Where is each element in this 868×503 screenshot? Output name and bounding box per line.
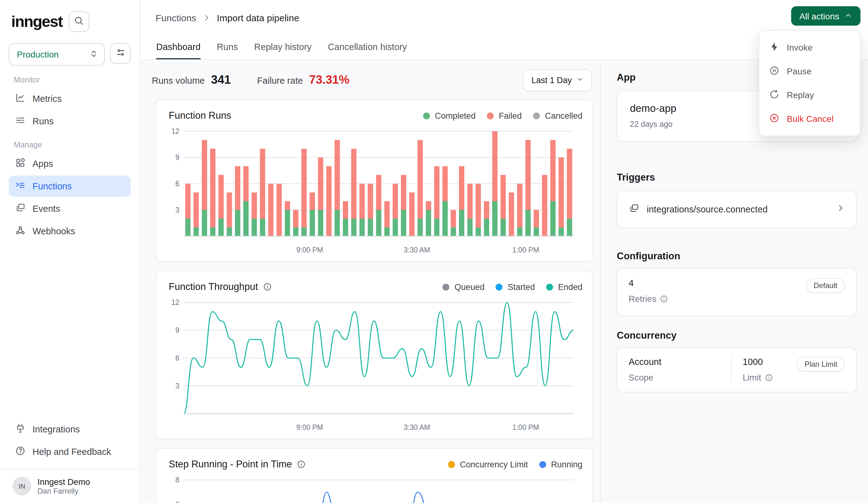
info-icon[interactable] bbox=[660, 295, 668, 303]
info-icon[interactable] bbox=[765, 373, 773, 381]
sidebar-item-apps[interactable]: Apps bbox=[9, 153, 131, 174]
all-actions-menu: Invoke Pause Replay Bulk Cancel bbox=[759, 30, 860, 136]
svg-text:8: 8 bbox=[175, 476, 179, 484]
step-running-title: Step Running - Point in Time bbox=[169, 459, 292, 470]
scope-label: Scope bbox=[629, 372, 653, 382]
apps-grid-icon bbox=[15, 157, 25, 170]
runs-list-icon bbox=[15, 115, 25, 127]
limit-label: Limit bbox=[743, 372, 761, 382]
step-running-chart[interactable]: 2468 bbox=[165, 474, 584, 503]
tab-runs[interactable]: Runs bbox=[217, 42, 238, 59]
sidebar-item-metrics[interactable]: Metrics bbox=[9, 88, 131, 109]
sidebar-item-integrations[interactable]: Integrations bbox=[9, 419, 131, 440]
display-settings-button[interactable] bbox=[110, 43, 131, 64]
function-throughput-legend: Queued Started Ended bbox=[443, 282, 582, 291]
legend-label: Cancelled bbox=[545, 111, 582, 120]
retries-label: Retries bbox=[629, 294, 657, 304]
tab-dashboard[interactable]: Dashboard bbox=[156, 42, 200, 59]
workspace-select[interactable]: Production bbox=[9, 43, 105, 65]
menu-item-label: Replay bbox=[787, 90, 814, 100]
sidebar-item-webhooks[interactable]: Webhooks bbox=[9, 220, 131, 242]
info-icon[interactable] bbox=[263, 283, 272, 291]
inngest-logo: inngest bbox=[11, 12, 62, 31]
webhooks-icon bbox=[15, 225, 25, 237]
sidebar-item-label: Events bbox=[32, 204, 60, 214]
failure-rate-stat: Failure rate 73.31% bbox=[257, 73, 350, 87]
all-actions-button[interactable]: All actions bbox=[791, 6, 860, 25]
menu-item-invoke[interactable]: Invoke bbox=[759, 35, 860, 59]
legend-label: Queued bbox=[455, 282, 485, 291]
menu-item-pause[interactable]: Pause bbox=[759, 59, 860, 83]
event-windows-icon bbox=[629, 203, 639, 216]
sidebar-item-label: Webhooks bbox=[32, 226, 75, 236]
chevron-up-icon bbox=[844, 11, 852, 21]
user-menu[interactable]: IN Inngest Demo Dan Farrelly bbox=[9, 475, 131, 497]
ended-dot bbox=[546, 283, 553, 290]
replay-icon bbox=[769, 89, 779, 101]
legend-label: Completed bbox=[435, 111, 476, 120]
started-dot bbox=[496, 283, 503, 290]
legend-label: Ended bbox=[558, 282, 582, 291]
chevron-up-down-icon bbox=[89, 49, 98, 60]
legend-label: Concurrency Limit bbox=[460, 460, 528, 469]
retries-value: 4 bbox=[629, 278, 668, 288]
sidebar: inngest Production Monitor bbox=[0, 0, 140, 503]
function-throughput-title: Function Throughput bbox=[169, 281, 258, 292]
stats-row: Runs volume 341 Failure rate 73.31% Last… bbox=[141, 61, 599, 99]
queued-dot bbox=[443, 283, 450, 290]
sidebar-item-label: Help and Feedback bbox=[32, 447, 111, 457]
function-throughput-chart[interactable]: 369129:00 PM3:30 AM1:00 PM bbox=[165, 296, 584, 435]
limit-value: 1000 bbox=[743, 357, 773, 367]
trigger-row[interactable]: integrations/source.connected bbox=[617, 191, 857, 228]
all-actions-label: All actions bbox=[799, 11, 839, 21]
lightning-icon bbox=[769, 42, 779, 53]
menu-item-replay[interactable]: Replay bbox=[759, 83, 860, 107]
legend-label: Failed bbox=[499, 111, 522, 120]
svg-text:9: 9 bbox=[175, 153, 179, 162]
menu-item-label: Bulk Cancel bbox=[787, 114, 833, 124]
running-dot bbox=[539, 461, 546, 468]
function-runs-chart[interactable]: 369129:00 PM3:30 AM1:00 PM bbox=[165, 125, 584, 257]
sidebar-item-events[interactable]: Events bbox=[9, 198, 131, 219]
time-range-value: Last 1 Day bbox=[531, 75, 572, 85]
sidebar-item-runs[interactable]: Runs bbox=[9, 111, 131, 132]
divider bbox=[0, 469, 140, 469]
menu-item-bulk-cancel[interactable]: Bulk Cancel bbox=[759, 107, 860, 131]
sidebar-item-label: Functions bbox=[32, 181, 72, 191]
runs-volume-label: Runs volume bbox=[152, 75, 205, 85]
sidebar-item-functions[interactable]: Functions bbox=[9, 176, 131, 197]
svg-text:12: 12 bbox=[171, 127, 179, 135]
main-content: Runs volume 341 Failure rate 73.31% Last… bbox=[141, 61, 599, 503]
pause-circle-icon bbox=[769, 65, 779, 77]
chevron-right-icon bbox=[203, 14, 210, 22]
workspace-name: Production bbox=[17, 49, 59, 59]
runs-volume-value: 341 bbox=[211, 73, 230, 87]
svg-text:9: 9 bbox=[175, 326, 179, 334]
info-icon[interactable] bbox=[297, 460, 306, 469]
triggers-heading: Triggers bbox=[617, 172, 857, 183]
svg-text:9:00 PM: 9:00 PM bbox=[296, 423, 323, 431]
sidebar-item-label: Integrations bbox=[32, 424, 80, 434]
tab-bar: Dashboard Runs Replay history Cancellati… bbox=[141, 42, 407, 59]
function-runs-card: Function Runs Completed Failed Cancelled… bbox=[156, 99, 593, 262]
svg-text:12: 12 bbox=[171, 298, 179, 307]
user-org: Inngest Demo bbox=[38, 477, 90, 486]
breadcrumb: Functions Import data pipeline bbox=[141, 0, 868, 23]
sidebar-item-label: Apps bbox=[32, 159, 53, 169]
search-button[interactable] bbox=[69, 11, 89, 32]
function-runs-legend: Completed Failed Cancelled bbox=[423, 111, 582, 120]
cancelled-dot bbox=[533, 112, 540, 119]
trigger-event-name: integrations/source.connected bbox=[647, 204, 768, 214]
user-name: Dan Farrelly bbox=[38, 486, 90, 495]
sliders-icon bbox=[115, 48, 125, 59]
svg-text:6: 6 bbox=[175, 501, 179, 503]
failure-rate-label: Failure rate bbox=[257, 75, 303, 85]
tab-replay-history[interactable]: Replay history bbox=[254, 42, 312, 59]
tab-cancellation-history[interactable]: Cancellation history bbox=[328, 42, 407, 59]
time-range-select[interactable]: Last 1 Day bbox=[523, 69, 592, 91]
sidebar-item-help[interactable]: Help and Feedback bbox=[9, 441, 131, 462]
scope-value: Account bbox=[629, 357, 661, 367]
legend-label: Started bbox=[508, 282, 535, 291]
svg-text:3:30 AM: 3:30 AM bbox=[404, 246, 430, 254]
breadcrumb-functions[interactable]: Functions bbox=[156, 12, 196, 23]
